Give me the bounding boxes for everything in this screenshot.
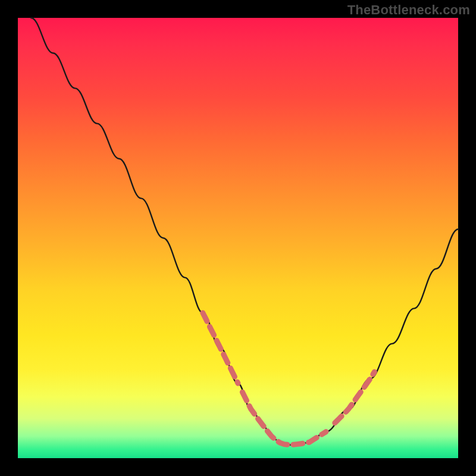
chart-frame: TheBottleneck.com <box>0 0 476 476</box>
plot-area <box>18 18 458 458</box>
curve-svg <box>18 18 458 458</box>
dashed-segment-bottom <box>242 392 326 444</box>
bottleneck-curve <box>31 18 458 445</box>
dashed-segment-right <box>335 372 375 423</box>
dashed-segment-left <box>203 313 238 383</box>
watermark-label: TheBottleneck.com <box>347 2 470 18</box>
